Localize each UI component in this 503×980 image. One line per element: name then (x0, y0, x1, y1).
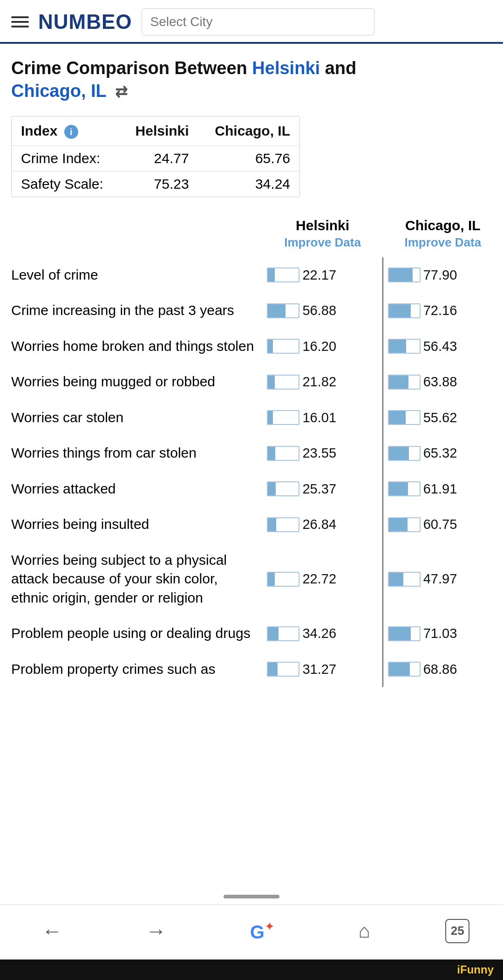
helsinki-bar (267, 410, 299, 425)
comparison-section: Helsinki Improve Data Chicago, IL Improv… (0, 206, 503, 715)
helsinki-cell: 56.88 (262, 293, 382, 329)
table-row: Problem property crimes such as 31.27 68… (0, 651, 503, 687)
helsinki-bar-fill (268, 447, 275, 460)
helsinki-bar-value: 23.55 (267, 445, 377, 461)
helsinki-header: Helsinki Improve Data (262, 210, 382, 257)
chicago-number: 55.62 (423, 410, 457, 425)
chicago-bar-fill (389, 268, 413, 281)
chicago-bar (388, 267, 421, 282)
chicago-cell: 55.62 (383, 400, 503, 436)
helsinki-bar-value: 26.84 (267, 517, 377, 532)
ifunny-watermark: iFunny (0, 959, 503, 980)
helsinki-bar-value: 22.17 (267, 267, 377, 283)
chicago-cell: 72.16 (383, 293, 503, 329)
chicago-bar-fill (389, 518, 408, 531)
helsinki-bar-fill (268, 376, 274, 389)
google-button[interactable]: G✦ (242, 914, 283, 947)
index-label: Safety Scale: (12, 171, 121, 197)
chicago-bar-fill (389, 573, 404, 586)
table-row: Level of crime 22.17 77.90 (0, 257, 503, 293)
chicago-number: 68.86 (423, 662, 457, 677)
helsinki-cell: 21.82 (262, 364, 382, 400)
table-row: Worries things from car stolen 23.55 65.… (0, 435, 503, 471)
home-button[interactable]: ⌂ (350, 916, 378, 946)
category-label: Worries being insulted (0, 507, 262, 542)
helsinki-number: 16.01 (302, 410, 336, 425)
top-bar: NUMBEO (0, 0, 503, 43)
helsinki-improve-link[interactable]: Improve Data (267, 235, 378, 250)
helsinki-bar (267, 339, 299, 354)
helsinki-bar-value: 16.01 (267, 410, 377, 425)
app-logo: NUMBEO (38, 10, 132, 34)
title-middle: and (320, 58, 356, 78)
title-prefix: Crime Comparison Between (11, 58, 252, 78)
chicago-bar-value: 56.43 (388, 339, 498, 354)
helsinki-number: 25.37 (302, 481, 336, 497)
chicago-improve-link[interactable]: Improve Data (387, 235, 498, 250)
chicago-bar (388, 410, 421, 425)
city1-link[interactable]: Helsinki (252, 58, 320, 78)
category-label: Level of crime (0, 257, 262, 293)
chicago-bar (388, 517, 421, 532)
comparison-table: Helsinki Improve Data Chicago, IL Improv… (0, 210, 503, 687)
helsinki-col-header: Helsinki (121, 117, 198, 146)
chicago-bar (388, 303, 421, 318)
chicago-bar-value: 65.32 (388, 445, 498, 461)
chicago-cell: 56.43 (383, 329, 503, 364)
helsinki-bar (267, 626, 299, 641)
index-label: Crime Index: (12, 145, 121, 171)
helsinki-bar-value: 34.26 (267, 626, 377, 641)
back-button[interactable]: ← (34, 916, 71, 946)
chicago-bar (388, 572, 421, 587)
helsinki-cell: 26.84 (262, 507, 382, 542)
helsinki-cell: 31.27 (262, 651, 382, 687)
chicago-bar-value: 60.75 (388, 517, 498, 532)
helsinki-value: 24.77 (121, 145, 198, 171)
table-row: Worries being subject to a physical atta… (0, 542, 503, 616)
forward-button[interactable]: → (137, 916, 175, 946)
chicago-value: 34.24 (198, 171, 299, 197)
chicago-bar-fill (389, 663, 410, 676)
chicago-bar (388, 446, 421, 461)
chicago-bar (388, 662, 421, 677)
helsinki-cell: 22.17 (262, 257, 382, 293)
chicago-bar-value: 72.16 (388, 303, 498, 318)
table-row: Worries car stolen 16.01 55.62 (0, 400, 503, 436)
chicago-col-header: Chicago, IL (198, 117, 299, 146)
chicago-bar-value: 55.62 (388, 410, 498, 425)
helsinki-cell: 34.26 (262, 616, 382, 651)
chicago-bar-fill (389, 447, 409, 460)
helsinki-cell: 22.72 (262, 542, 382, 616)
chicago-cell: 60.75 (383, 507, 503, 542)
city2-link[interactable]: Chicago, IL (11, 81, 106, 101)
helsinki-bar-value: 25.37 (267, 481, 377, 497)
table-row: Safety Scale: 75.23 34.24 (12, 171, 299, 197)
chicago-bar-value: 71.03 (388, 626, 498, 641)
chicago-bar-fill (389, 304, 411, 317)
helsinki-number: 22.72 (302, 571, 336, 587)
chicago-bar (388, 375, 421, 390)
helsinki-bar-fill (268, 627, 279, 640)
table-row: Problem people using or dealing drugs 34… (0, 616, 503, 651)
info-icon[interactable]: i (64, 125, 78, 139)
helsinki-bar-fill (268, 482, 276, 495)
chicago-number: 65.32 (423, 445, 457, 461)
helsinki-number: 34.26 (302, 626, 336, 641)
tab-count[interactable]: 25 (445, 919, 469, 943)
city-search-input[interactable] (142, 8, 374, 35)
swap-icon[interactable]: ⇄ (115, 82, 128, 102)
table-row: Worries being insulted 26.84 60.75 (0, 507, 503, 542)
helsinki-cell: 16.01 (262, 400, 382, 436)
helsinki-bar (267, 572, 299, 587)
chicago-number: 47.97 (423, 571, 457, 587)
table-row: Worries being mugged or robbed 21.82 63.… (0, 364, 503, 400)
chicago-cell: 68.86 (383, 651, 503, 687)
helsinki-bar-fill (268, 518, 276, 531)
helsinki-bar (267, 375, 299, 390)
bottom-nav: ← → G✦ ⌂ 25 (0, 905, 503, 952)
chicago-cell: 63.88 (383, 364, 503, 400)
hamburger-menu[interactable] (11, 16, 29, 27)
chicago-number: 77.90 (423, 267, 457, 283)
helsinki-bar-value: 56.88 (267, 303, 377, 318)
helsinki-bar (267, 517, 299, 532)
